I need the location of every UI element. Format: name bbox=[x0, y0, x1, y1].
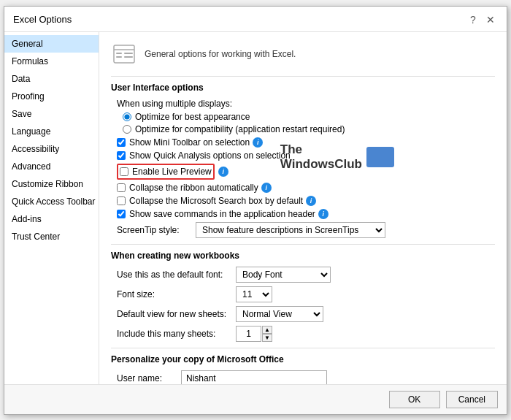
sidebar-item-proofing[interactable]: Proofing bbox=[4, 88, 99, 105]
cancel-button[interactable]: Cancel bbox=[446, 391, 498, 408]
checkbox-collapse-search[interactable] bbox=[117, 196, 126, 205]
excel-options-dialog: Excel Options ? ✕ General Formulas Data … bbox=[4, 6, 507, 415]
sidebar-item-language[interactable]: Language bbox=[4, 123, 99, 140]
default-view-row: Default view for new sheets: Normal View… bbox=[111, 306, 495, 322]
sidebar: General Formulas Data Proofing Save Lang… bbox=[4, 32, 99, 384]
cb-collapse-ribbon-label[interactable]: Collapse the ribbon automatically i bbox=[129, 183, 272, 193]
fontsize-label: Font size: bbox=[117, 289, 230, 299]
content-area: General options for working with Excel. … bbox=[99, 32, 507, 384]
close-button[interactable]: ✕ bbox=[483, 12, 498, 27]
checkbox-show-save[interactable] bbox=[117, 210, 126, 218]
screentip-label: ScreenTip style: bbox=[117, 225, 190, 235]
sidebar-item-data[interactable]: Data bbox=[4, 70, 99, 88]
cb-row-quick-analysis: Show Quick Analysis options on selection bbox=[111, 150, 495, 161]
header-icon bbox=[111, 41, 137, 67]
font-row: Use this as the default font: Body Font … bbox=[111, 267, 495, 283]
cb-row-collapse-search: Collapse the Microsoft Search box by def… bbox=[111, 196, 495, 206]
sheets-spinner: ▲ ▼ bbox=[236, 326, 272, 342]
sidebar-item-formulas[interactable]: Formulas bbox=[4, 53, 99, 70]
sidebar-item-advanced[interactable]: Advanced bbox=[4, 158, 99, 175]
page-header: General options for working with Excel. bbox=[111, 41, 495, 67]
cb-show-save-label[interactable]: Show save commands in the application he… bbox=[129, 209, 328, 219]
sidebar-item-accessibility[interactable]: Accessibility bbox=[4, 140, 99, 158]
divider-workbook bbox=[111, 244, 495, 245]
live-preview-highlight: Enable Live Preview bbox=[117, 164, 215, 180]
info-icon-live-preview[interactable]: i bbox=[218, 167, 228, 177]
checkbox-collapse-ribbon[interactable] bbox=[117, 183, 126, 192]
when-multi-display-label: When using multiple displays: bbox=[111, 99, 495, 109]
section-title-ui: User Interface options bbox=[111, 83, 495, 93]
checkbox-live-preview[interactable] bbox=[120, 167, 128, 176]
screentip-select[interactable]: Show feature descriptions in ScreenTips … bbox=[196, 222, 385, 238]
svg-rect-2 bbox=[116, 53, 122, 54]
title-bar: Excel Options ? ✕ bbox=[4, 7, 507, 32]
radio-item-compatibility: Optimize for compatibility (application … bbox=[123, 124, 495, 134]
checkbox-mini-toolbar[interactable] bbox=[117, 138, 126, 147]
sidebar-item-general[interactable]: General bbox=[4, 35, 99, 53]
divider-personalize bbox=[111, 348, 495, 348]
title-controls: ? ✕ bbox=[466, 12, 498, 27]
sidebar-item-add-ins[interactable]: Add-ins bbox=[4, 210, 99, 228]
username-label: User name: bbox=[117, 373, 175, 383]
ok-button[interactable]: OK bbox=[389, 391, 440, 408]
cb-row-mini-toolbar: Show Mini Toolbar on selection i bbox=[111, 137, 495, 148]
screentip-row: ScreenTip style: Show feature descriptio… bbox=[111, 222, 495, 238]
cb-live-preview-label[interactable]: Enable Live Preview bbox=[132, 167, 212, 177]
radio-group-display: Optimize for best appearance Optimize fo… bbox=[111, 112, 495, 134]
radio-compatibility-label[interactable]: Optimize for compatibility (application … bbox=[135, 124, 345, 134]
cb-row-live-preview: Enable Live Preview i bbox=[111, 164, 495, 180]
radio-item-appearance: Optimize for best appearance bbox=[123, 112, 495, 122]
help-button[interactable]: ? bbox=[466, 12, 480, 27]
font-select[interactable]: Body Font Calibri Arial bbox=[236, 267, 331, 283]
dialog-footer: OK Cancel bbox=[4, 384, 507, 414]
cb-collapse-search-label[interactable]: Collapse the Microsoft Search box by def… bbox=[129, 196, 316, 206]
spinner-buttons: ▲ ▼ bbox=[262, 326, 272, 342]
section-title-workbook: When creating new workbooks bbox=[111, 251, 495, 261]
info-icon-show-save[interactable]: i bbox=[318, 209, 328, 219]
cb-row-show-save: Show save commands in the application he… bbox=[111, 209, 495, 219]
divider-top bbox=[111, 76, 495, 77]
sheets-row: Include this many sheets: ▲ ▼ bbox=[111, 326, 495, 342]
radio-optimize-appearance[interactable] bbox=[123, 112, 131, 121]
info-icon-collapse-search[interactable]: i bbox=[306, 196, 316, 206]
username-row: User name: Nishant bbox=[111, 370, 495, 384]
cb-mini-toolbar-label[interactable]: Show Mini Toolbar on selection i bbox=[129, 137, 263, 148]
options-icon bbox=[112, 42, 136, 66]
default-view-select[interactable]: Normal View Page Break Preview Page Layo… bbox=[236, 306, 323, 322]
info-icon-mini-toolbar[interactable]: i bbox=[253, 137, 263, 148]
page-header-title: General options for working with Excel. bbox=[145, 49, 296, 59]
section-title-personalize: Personalize your copy of Microsoft Offic… bbox=[111, 354, 495, 364]
spinner-up[interactable]: ▲ bbox=[262, 326, 272, 334]
svg-rect-4 bbox=[124, 53, 133, 54]
cb-quick-analysis-label[interactable]: Show Quick Analysis options on selection bbox=[129, 150, 291, 161]
sidebar-item-quick-access[interactable]: Quick Access Toolbar bbox=[4, 193, 99, 210]
fontsize-select[interactable]: 11 8 9 10 12 bbox=[236, 286, 272, 302]
dialog-body: General Formulas Data Proofing Save Lang… bbox=[4, 32, 507, 384]
default-view-label: Default view for new sheets: bbox=[117, 309, 230, 319]
spinner-down[interactable]: ▼ bbox=[262, 334, 272, 342]
svg-rect-3 bbox=[116, 56, 122, 58]
dialog-title: Excel Options bbox=[13, 14, 72, 25]
radio-optimize-compatibility[interactable] bbox=[123, 125, 131, 134]
sidebar-item-trust-center[interactable]: Trust Center bbox=[4, 228, 99, 245]
sidebar-item-save[interactable]: Save bbox=[4, 105, 99, 123]
fontsize-row: Font size: 11 8 9 10 12 bbox=[111, 286, 495, 302]
checkbox-quick-analysis[interactable] bbox=[117, 151, 126, 160]
sheets-label: Include this many sheets: bbox=[117, 329, 230, 339]
info-icon-collapse-ribbon[interactable]: i bbox=[261, 183, 272, 193]
radio-appearance-label[interactable]: Optimize for best appearance bbox=[135, 112, 250, 122]
svg-rect-5 bbox=[124, 56, 133, 58]
username-input[interactable]: Nishant bbox=[181, 370, 327, 384]
sidebar-item-customize-ribbon[interactable]: Customize Ribbon bbox=[4, 175, 99, 193]
font-label: Use this as the default font: bbox=[117, 270, 230, 280]
sheets-input[interactable] bbox=[236, 326, 261, 342]
cb-row-collapse-ribbon: Collapse the ribbon automatically i bbox=[111, 183, 495, 193]
